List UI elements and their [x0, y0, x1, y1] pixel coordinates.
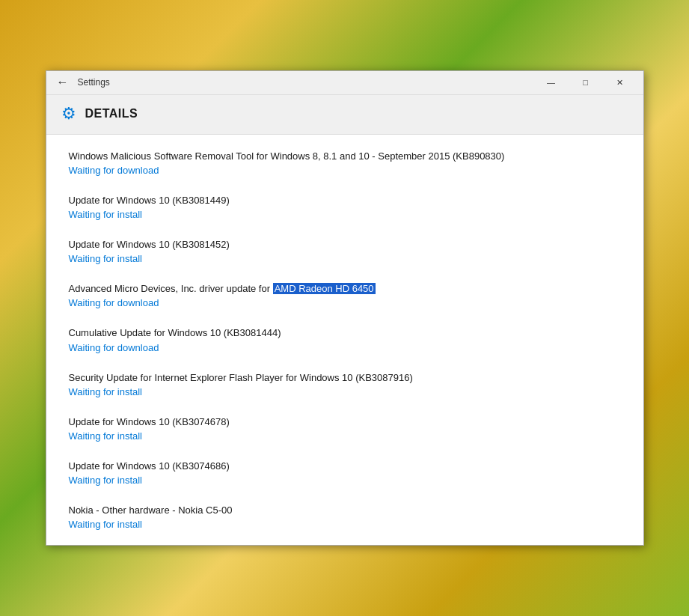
update-status[interactable]: Waiting for install	[69, 430, 621, 442]
list-item: Update for Windows 10 (KB3074678) Waitin…	[69, 415, 621, 442]
update-status[interactable]: Waiting for install	[69, 475, 621, 486]
close-button[interactable]: ✕	[603, 70, 637, 94]
update-status[interactable]: Waiting for download	[69, 297, 621, 308]
list-item: Security Update for Internet Explorer Fl…	[69, 371, 621, 397]
back-button[interactable]: ←	[52, 72, 73, 93]
title-bar: ← Settings — □ ✕	[46, 71, 643, 95]
update-status[interactable]: Waiting for install	[69, 209, 621, 220]
update-name: Cumulative Update for Windows 10 (KB3081…	[69, 326, 621, 340]
update-name: Update for Windows 10 (KB3081449)	[69, 194, 621, 207]
update-status[interactable]: Waiting for download	[69, 165, 621, 176]
update-status[interactable]: Waiting for download	[69, 342, 621, 353]
window-title: Settings	[73, 77, 534, 88]
update-name: Windows Malicious Software Removal Tool …	[69, 150, 621, 163]
list-item: Update for Windows 10 (KB3081452) Waitin…	[69, 238, 621, 264]
list-item: Nokia - Other hardware - Nokia C5-00 Wai…	[69, 504, 621, 530]
page-header: ⚙ DETAILS	[46, 95, 643, 135]
update-name: Advanced Micro Devices, Inc. driver upda…	[69, 282, 621, 296]
minimize-button[interactable]: —	[534, 70, 569, 94]
update-name: Update for Windows 10 (KB3074686)	[69, 460, 621, 473]
settings-window: ← Settings — □ ✕ ⚙ DETAILS Windows Malic…	[46, 70, 644, 546]
back-icon: ←	[57, 76, 69, 89]
page-title: DETAILS	[85, 107, 138, 121]
update-status[interactable]: Waiting for install	[69, 253, 621, 264]
update-name: Update for Windows 10 (KB3081452)	[69, 238, 621, 251]
update-status[interactable]: Waiting for install	[69, 519, 621, 530]
close-icon: ✕	[616, 78, 623, 88]
update-name-highlighted: AMD Radeon HD 6450	[273, 283, 376, 294]
list-item: Advanced Micro Devices, Inc. driver upda…	[69, 282, 621, 308]
minimize-icon: —	[547, 78, 555, 87]
gear-icon: ⚙	[61, 104, 76, 123]
update-name-before: Advanced Micro Devices, Inc. driver upda…	[69, 283, 273, 294]
maximize-button[interactable]: □	[569, 70, 603, 94]
list-item: Windows Malicious Software Removal Tool …	[69, 150, 621, 176]
list-item: Update for Windows 10 (KB3081449) Waitin…	[69, 194, 621, 220]
content-area: Windows Malicious Software Removal Tool …	[46, 135, 643, 546]
update-name: Update for Windows 10 (KB3074678)	[69, 415, 621, 429]
update-name: Security Update for Internet Explorer Fl…	[69, 371, 621, 385]
update-name: Nokia - Other hardware - Nokia C5-00	[69, 504, 621, 517]
window-controls: — □ ✕	[534, 70, 637, 94]
list-item: Cumulative Update for Windows 10 (KB3081…	[69, 326, 621, 353]
maximize-icon: □	[583, 78, 588, 87]
update-status[interactable]: Waiting for install	[69, 386, 621, 397]
list-item: Update for Windows 10 (KB3074686) Waitin…	[69, 460, 621, 486]
